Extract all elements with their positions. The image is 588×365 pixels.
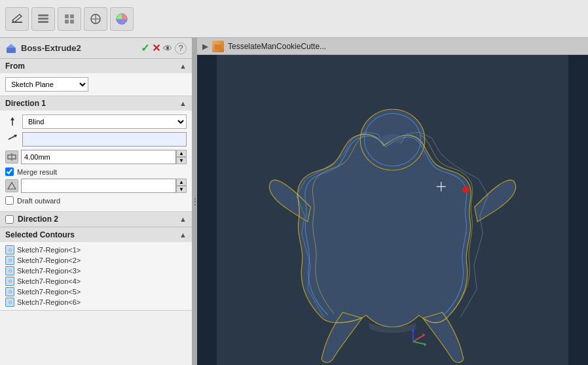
- draft-outward-label: Draft outward: [17, 197, 60, 205]
- panel-header: Boss-Extrude2 ✓ ✕ 👁 ?: [0, 38, 192, 59]
- svg-rect-1: [38, 14, 48, 16]
- direction1-reverse-icon[interactable]: [5, 132, 20, 147]
- from-section-arrow: ▲: [179, 62, 187, 70]
- contour-icon: ◇: [5, 245, 14, 254]
- contour-item[interactable]: ◇ Sketch7-Region<3>: [4, 266, 188, 276]
- direction1-depth-row: 4.00mm ▲ ▼: [5, 150, 187, 164]
- draft-angle-icon: [5, 179, 18, 192]
- contour-label: Sketch7-Region<4>: [17, 277, 81, 285]
- direction1-reverse-row: [5, 132, 187, 147]
- draft-angle-decrement-btn[interactable]: ▼: [176, 186, 187, 193]
- help-button[interactable]: ?: [175, 43, 187, 54]
- selected-contours-title: Selected Contours: [5, 230, 75, 239]
- visibility-button[interactable]: 👁: [163, 43, 172, 54]
- draft-angle-input[interactable]: [21, 179, 176, 193]
- svg-marker-20: [8, 182, 16, 189]
- svg-rect-3: [38, 21, 48, 23]
- direction1-type-select[interactable]: Blind Through All Up To Vertex Up To Sur…: [22, 114, 187, 129]
- direction1-arrow: ▲: [179, 99, 187, 107]
- contour-item[interactable]: ◇ Sketch7-Region<1>: [4, 245, 188, 255]
- direction2-checkbox[interactable]: [5, 215, 14, 224]
- panel-content: From ▲ Sketch Plane Surface/Face/Plane V…: [0, 59, 192, 365]
- svg-marker-13: [7, 44, 16, 48]
- reject-button[interactable]: ✕: [152, 42, 160, 54]
- contour-item[interactable]: ◇ Sketch7-Region<4>: [4, 276, 188, 287]
- direction1-section: Direction 1 ▲ Blind Through All Up To Ve…: [0, 96, 192, 212]
- contour-icon: ◇: [5, 287, 14, 296]
- svg-point-27: [462, 186, 469, 193]
- svg-rect-7: [70, 20, 74, 24]
- tree-collapse-arrow[interactable]: ▶: [202, 42, 208, 51]
- contour-label: Sketch7-Region<2>: [17, 256, 81, 264]
- 3d-model-svg: [197, 55, 588, 365]
- features-toolbar-btn[interactable]: [31, 7, 55, 31]
- depth-spinner: 4.00mm ▲ ▼: [21, 150, 187, 164]
- main-area: Boss-Extrude2 ✓ ✕ 👁 ? From ▲ Sketch Plan…: [0, 38, 588, 365]
- contour-icon: ◇: [5, 277, 14, 286]
- direction1-arrow-icon: [5, 114, 20, 129]
- contour-label: Sketch7-Region<1>: [17, 246, 81, 254]
- from-select[interactable]: Sketch Plane Surface/Face/Plane Vertex O…: [5, 77, 88, 92]
- tree-label: TesselateManCookieCutte...: [228, 42, 326, 51]
- svg-rect-21: [215, 44, 221, 50]
- top-toolbar: [0, 0, 588, 38]
- from-section-body: Sketch Plane Surface/Face/Plane Vertex O…: [0, 73, 192, 96]
- direction1-ref-input[interactable]: [22, 132, 187, 147]
- svg-rect-2: [38, 18, 48, 20]
- evaluate-toolbar-btn[interactable]: [58, 7, 81, 31]
- direction1-title: Direction 1: [5, 99, 46, 108]
- merge-result-label: Merge result: [17, 168, 57, 176]
- selected-contours-section: Selected Contours ▲ ◇ Sketch7-Region<1> …: [0, 228, 192, 311]
- draft-outward-row: Draft outward: [5, 196, 187, 205]
- sketch-toolbar-btn[interactable]: [5, 7, 29, 31]
- svg-rect-5: [70, 14, 74, 18]
- depth-input[interactable]: 4.00mm: [21, 150, 176, 164]
- appearance-toolbar-btn[interactable]: [110, 7, 134, 31]
- draft-angle-spinner-btns: ▲ ▼: [176, 179, 187, 193]
- contour-icon: ◇: [5, 256, 14, 265]
- depth-increment-btn[interactable]: ▲: [176, 150, 187, 157]
- draft-angle-row: ▲ ▼: [5, 179, 187, 193]
- boss-extrude-icon: [5, 43, 17, 54]
- direction2-title: Direction 2: [18, 215, 175, 224]
- depth-spinner-btns: ▲ ▼: [176, 150, 187, 164]
- direction1-body: Blind Through All Up To Vertex Up To Sur…: [0, 111, 192, 211]
- direction2-section: Direction 2 ▲: [0, 212, 192, 228]
- contour-label: Sketch7-Region<6>: [17, 298, 81, 306]
- depth-icon: [5, 150, 18, 164]
- left-panel: Boss-Extrude2 ✓ ✕ 👁 ? From ▲ Sketch Plan…: [0, 38, 193, 365]
- contour-label: Sketch7-Region<3>: [17, 267, 81, 275]
- from-section: From ▲ Sketch Plane Surface/Face/Plane V…: [0, 59, 192, 96]
- svg-marker-15: [10, 117, 14, 120]
- panel-actions: ✓ ✕ 👁 ?: [141, 42, 187, 54]
- from-section-title: From: [5, 61, 25, 71]
- model-icon: [212, 41, 224, 52]
- contour-item[interactable]: ◇ Sketch7-Region<2>: [4, 255, 188, 266]
- contour-label: Sketch7-Region<5>: [17, 288, 81, 296]
- contour-icon: ◇: [5, 298, 14, 307]
- smart-dim-toolbar-btn[interactable]: [84, 7, 107, 31]
- depth-decrement-btn[interactable]: ▼: [176, 157, 187, 164]
- svg-marker-22: [215, 43, 221, 44]
- merge-result-checkbox[interactable]: [5, 167, 14, 176]
- accept-button[interactable]: ✓: [141, 42, 149, 54]
- contour-item[interactable]: ◇ Sketch7-Region<6>: [4, 297, 188, 307]
- contour-icon: ◇: [5, 266, 14, 275]
- merge-result-row: Merge result: [5, 167, 187, 176]
- direction2-header[interactable]: Direction 2 ▲: [0, 212, 192, 227]
- viewport[interactable]: ▶ TesselateManCookieCutte...: [197, 38, 588, 365]
- contour-item[interactable]: ◇ Sketch7-Region<5>: [4, 287, 188, 297]
- direction1-type-row: Blind Through All Up To Vertex Up To Sur…: [5, 114, 187, 129]
- svg-rect-4: [65, 14, 69, 18]
- from-section-header[interactable]: From ▲: [0, 59, 192, 73]
- draft-angle-increment-btn[interactable]: ▲: [176, 179, 187, 186]
- direction1-section-header[interactable]: Direction 1 ▲: [0, 96, 192, 111]
- direction2-arrow: ▲: [179, 215, 187, 223]
- selected-contours-arrow: ▲: [179, 231, 187, 239]
- viewport-3d: [197, 55, 588, 365]
- draft-outward-checkbox[interactable]: [5, 196, 14, 205]
- panel-title: Boss-Extrude2: [21, 43, 81, 53]
- svg-rect-6: [65, 20, 69, 24]
- contours-list: ◇ Sketch7-Region<1> ◇ Sketch7-Region<2> …: [0, 242, 192, 310]
- selected-contours-header[interactable]: Selected Contours ▲: [0, 228, 192, 242]
